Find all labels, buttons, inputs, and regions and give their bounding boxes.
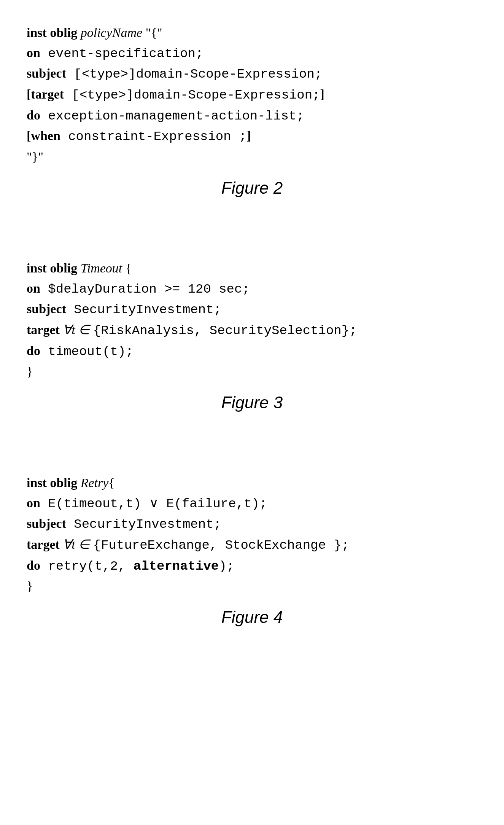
code: E(failure,t);: [159, 497, 267, 511]
figure-4-code: inst oblig Retry{ on E(timeout,t) ∨ E(fa…: [27, 473, 477, 596]
keyword: [target: [27, 87, 64, 101]
keyword: do: [27, 108, 40, 122]
code-line: do exception-management-action-list;: [27, 105, 477, 126]
code-line: [when constraint-Expression ;]: [27, 126, 477, 147]
identifier: policyName: [77, 25, 145, 40]
bracket: ]: [320, 87, 324, 101]
code-line: "}": [27, 147, 477, 167]
keyword: subject: [27, 66, 66, 80]
code-line: on event-specification;: [27, 43, 477, 64]
text: "}": [27, 150, 43, 164]
figure-2-caption: Figure 2: [27, 178, 477, 197]
code: [<type>]domain-Scope-Expression;: [64, 88, 320, 102]
code-line: subject SecurityInvestment;: [27, 514, 477, 535]
figure-3-code: inst oblig Timeout { on $delayDuration >…: [27, 258, 477, 382]
code: $delayDuration >= 120 sec;: [40, 282, 250, 296]
code-line: }: [27, 362, 477, 382]
text: "{": [146, 25, 162, 40]
code: event-specification;: [40, 46, 203, 61]
keyword: do: [27, 558, 40, 572]
code: E(timeout,t): [40, 497, 149, 511]
code: retry(t,2,: [40, 559, 134, 573]
text: }: [27, 579, 33, 593]
keyword: on: [27, 46, 40, 60]
code: {RiskAnalysis, SecuritySelection};: [93, 323, 357, 338]
text: }: [27, 364, 33, 378]
figure-2-code: inst oblig policyName "{" on event-speci…: [27, 23, 477, 167]
code: SecurityInvestment;: [66, 303, 221, 317]
code: [<type>]domain-Scope-Expression;: [66, 67, 322, 81]
bracket: ]: [246, 129, 251, 143]
keyword: do: [27, 344, 40, 358]
identifier: Timeout: [77, 261, 126, 275]
math: ∀t ∈: [60, 537, 93, 551]
identifier: Retry: [77, 476, 108, 490]
keyword: [when: [27, 129, 60, 143]
code-line: [target [<type>]domain-Scope-Expression;…: [27, 84, 477, 105]
keyword: target: [27, 323, 60, 337]
keyword: on: [27, 281, 40, 295]
code-line: do retry(t,2, alternative);: [27, 556, 477, 577]
code-line: do timeout(t);: [27, 341, 477, 362]
code: {FutureExchange, StockExchange };: [93, 538, 349, 553]
keyword: inst oblig: [27, 476, 77, 490]
keyword: target: [27, 537, 60, 551]
code-bold: alternative: [134, 559, 219, 573]
text: {: [126, 261, 132, 275]
code-line: subject [<type>]domain-Scope-Expression;: [27, 64, 477, 84]
code-line: }: [27, 576, 477, 596]
keyword: subject: [27, 302, 66, 316]
keyword: on: [27, 496, 40, 510]
code-line: inst oblig Retry{: [27, 473, 477, 493]
code: );: [219, 559, 234, 573]
figure-3-caption: Figure 3: [27, 393, 477, 412]
code: exception-management-action-list;: [40, 109, 304, 123]
keyword: inst oblig: [27, 25, 77, 40]
code-line: on E(timeout,t) ∨ E(failure,t);: [27, 493, 477, 514]
keyword: subject: [27, 516, 66, 530]
keyword: inst oblig: [27, 261, 77, 275]
code-line: subject SecurityInvestment;: [27, 299, 477, 320]
code: constraint-Expression ;: [60, 129, 247, 144]
code-line: target ∀t ∈ {FutureExchange, StockExchan…: [27, 535, 477, 556]
code-line: inst oblig Timeout {: [27, 258, 477, 279]
math: ∀t ∈: [60, 323, 93, 337]
code: timeout(t);: [40, 344, 134, 359]
or-symbol: ∨: [149, 496, 159, 510]
code-line: on $delayDuration >= 120 sec;: [27, 279, 477, 299]
text: {: [108, 476, 114, 490]
figure-4-caption: Figure 4: [27, 608, 477, 627]
code: SecurityInvestment;: [66, 517, 221, 532]
code-line: inst oblig policyName "{": [27, 23, 477, 43]
code-line: target ∀t ∈ {RiskAnalysis, SecuritySelec…: [27, 320, 477, 341]
